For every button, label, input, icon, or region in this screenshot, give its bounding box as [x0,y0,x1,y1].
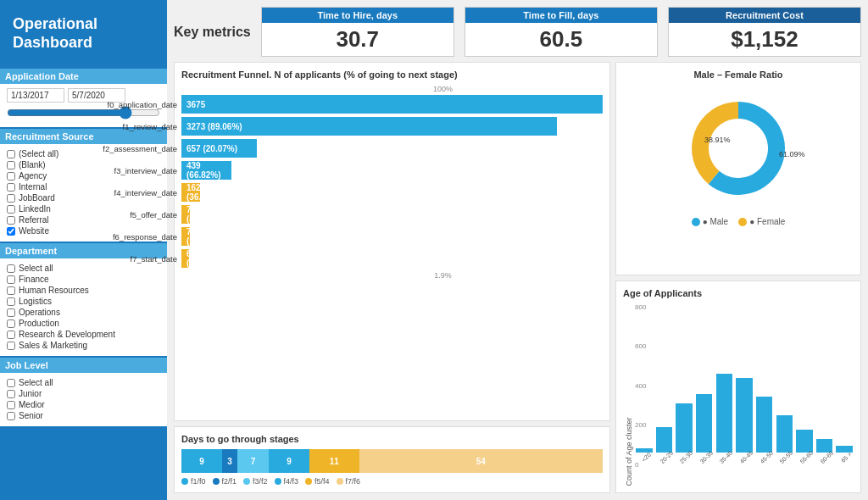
dept-sales-cb[interactable] [7,342,15,350]
dept-production[interactable]: Production [7,318,160,329]
dept-operations-cb[interactable] [7,308,15,317]
job-senior-cb[interactable] [7,412,15,420]
funnel-title: Recruitment Funnel. N of applicants (% o… [181,69,603,80]
filter-blank-checkbox[interactable] [7,161,15,169]
age-y-tick: 200 [635,421,646,429]
age-y-tick: 800 [635,303,646,311]
date-from-input[interactable] [7,88,64,103]
filter-blank-text: (Blank) [19,160,46,169]
legend-dot [275,478,281,485]
days-segment: 9 [181,449,222,473]
job-select-all[interactable]: Select all [7,377,160,388]
job-junior-cb[interactable] [7,390,15,398]
key-metrics-row: Key metrics Time to Hire, days 30.7 Time… [174,7,861,57]
days-bar-area: 93791154 [181,449,603,473]
dept-select-all[interactable]: Select all [7,263,160,274]
days-segment: 9 [269,449,309,473]
filter-select-all-text: (Select all) [19,149,58,158]
legend-label: f7/f6 [346,477,361,486]
days-bar-row: 93791154 [181,449,603,473]
job-medior[interactable]: Medior [7,399,160,410]
funnel-bar-wrap: 439 (66.82%) [181,161,603,180]
age-bar [696,394,712,453]
sidebar-title: Operational Dashboard [0,0,167,67]
time-to-hire-value: 30.7 [262,23,453,56]
job-level-section: Job Level Select all Junior Medior Senio… [0,358,167,426]
donut-female-pct-label: 38.91% [704,136,731,144]
dept-select-all-cb[interactable] [7,264,15,273]
job-medior-cb[interactable] [7,401,15,409]
funnel-bar-wrap: 3273 (89.06%) [181,117,603,136]
dept-operations[interactable]: Operations [7,307,160,318]
recruitment-source-label: Recruitment Source [0,129,167,144]
donut-title: Male – Female Ratio [693,69,782,80]
funnel-row: f4_interview_date162 (36.9%) [181,183,603,202]
age-bar [656,427,672,453]
job-senior[interactable]: Senior [7,410,160,421]
dept-logistics-cb[interactable] [7,297,15,306]
donut-legend-dot [692,218,700,226]
dept-rd[interactable]: Research & Development [7,329,160,340]
age-bar [836,446,852,453]
dept-hr[interactable]: Human Resources [7,285,160,296]
donut-legend-dot [738,218,747,226]
time-to-hire-card: Time to Hire, days 30.7 [261,7,454,57]
dept-production-cb[interactable] [7,319,15,328]
age-bar-col: 55-60 [795,430,814,469]
days-segment: 3 [222,449,237,473]
legend-dot [305,478,312,485]
dept-sales[interactable]: Sales & Marketing [7,340,160,351]
filter-linkedin-checkbox[interactable] [7,205,15,214]
time-to-hire-header: Time to Hire, days [262,8,453,23]
dept-logistics[interactable]: Logistics [7,296,160,307]
days-segment: 7 [237,449,269,473]
age-y-tick: 400 [635,382,646,390]
funnel-row: f3_interview_date439 (66.82%) [181,161,603,180]
funnel-bar-wrap: 657 (20.07%) [181,139,603,158]
filter-referral-checkbox[interactable] [7,216,15,225]
job-junior[interactable]: Junior [7,388,160,399]
filter-agency-checkbox[interactable] [7,172,15,181]
job-level-label: Job Level [0,358,167,373]
days-legend-item: f1/f0 [181,477,206,486]
legend-dot [337,478,343,485]
dept-finance[interactable]: Finance [7,274,160,285]
legend-label: f3/f2 [253,477,268,486]
legend-dot [213,478,220,485]
days-legend-item: f5/f4 [305,477,330,486]
age-bar [676,403,692,453]
legend-label: f5/f4 [314,477,330,486]
application-date-section: Application Date [0,69,167,127]
donut-male-pct-label: 61.09% [779,150,805,158]
dept-rd-cb[interactable] [7,331,15,339]
legend-label: f2/f1 [222,477,237,486]
filter-website-text: Website [19,226,49,236]
filter-internal-checkbox[interactable] [7,183,15,192]
left-charts: Recruitment Funnel. N of applicants (% o… [174,62,610,493]
filter-website-checkbox[interactable] [7,227,15,236]
age-chart: Age of Applicants Count of Age cluster 0… [615,281,861,494]
filter-agency-text: Agency [19,171,47,181]
age-bar [796,430,812,453]
legend-dot [181,478,188,485]
funnel-row: f5_offer_date71 (43.83%) [181,205,603,224]
days-chart: Days to go through stages 93791154 f1/f0… [174,426,610,493]
funnel-chart-area: 100%f0_application_date3675f1_review_dat… [181,85,603,280]
filter-select-all-checkbox[interactable] [7,150,15,158]
age-y-label: Count of Age cluster [623,303,635,486]
funnel-bar-label: f1_review_date [80,122,177,131]
job-select-all-cb[interactable] [7,379,15,387]
donut-legend-text: ● Male [703,217,729,226]
funnel-row: f7_start_date69 (97.18%) [181,249,603,268]
donut-legend-item: ● Female [738,217,785,226]
funnel-bar-label: f4_interview_date [80,188,177,197]
application-date-label: Application Date [0,69,167,84]
filter-jobboard-checkbox[interactable] [7,194,15,203]
dept-hr-cb[interactable] [7,286,15,295]
days-legend-item: f3/f2 [243,477,268,486]
dept-finance-cb[interactable] [7,275,15,284]
age-y-tick: 600 [635,342,646,350]
days-legend-item: f7/f6 [337,477,361,486]
funnel-bar-wrap: 71 (43.83%) [181,205,603,224]
donut-legend-item: ● Male [692,217,729,226]
